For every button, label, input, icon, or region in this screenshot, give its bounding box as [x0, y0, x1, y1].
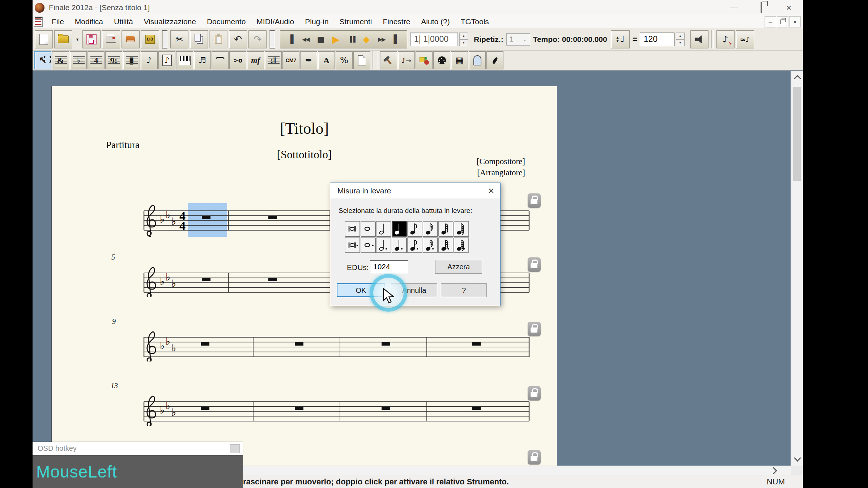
menu-utilita[interactable]: Utilità: [109, 16, 139, 27]
system-lock-icon[interactable]: [528, 450, 541, 465]
tools-separator[interactable]: [373, 51, 378, 69]
note-mover-tool[interactable]: ♪→: [398, 51, 415, 69]
fast-forward-button[interactable]: ▶▶: [374, 32, 389, 47]
thirty-second-note-dotted[interactable]: [438, 237, 453, 253]
go-to-end-button[interactable]: ▌: [390, 32, 404, 47]
quarter-note[interactable]: [392, 221, 407, 236]
menu-plug-in[interactable]: Plug-in: [299, 16, 334, 27]
staff-system-3[interactable]: ♭ ♭ ♭: [141, 325, 530, 361]
toolbar-separator[interactable]: [162, 30, 167, 48]
hyperscribe-tool[interactable]: [176, 51, 193, 69]
doc-restore-button[interactable]: [777, 16, 788, 27]
counter-spin-up[interactable]: ▲: [459, 33, 468, 39]
workbook-button[interactable]: [122, 30, 140, 48]
sixty-fourth-note[interactable]: [454, 221, 469, 236]
half-note[interactable]: [376, 221, 391, 236]
selection-tool[interactable]: ↖: [34, 51, 51, 69]
vertical-scrollbar[interactable]: [791, 71, 803, 466]
staff-tool[interactable]: &: [52, 51, 69, 69]
playback-position-counter[interactable]: [410, 33, 458, 46]
quarter-note-dotted[interactable]: [392, 237, 407, 253]
menu-visualizzazione[interactable]: Visualizzazione: [139, 16, 201, 27]
graphics-tool[interactable]: [416, 51, 433, 69]
go-to-beginning-button[interactable]: ▐: [283, 32, 298, 47]
toolbar-separator[interactable]: [269, 30, 275, 48]
midi-tool[interactable]: [433, 51, 450, 69]
mirror-percent-tool[interactable]: %: [336, 51, 353, 69]
system-lock-icon[interactable]: [528, 386, 541, 401]
print-button[interactable]: [102, 30, 120, 48]
stop-button[interactable]: ■: [314, 32, 328, 47]
key-signature-tool[interactable]: ♭: [70, 51, 87, 69]
pause-button[interactable]: ▐▐: [344, 32, 358, 47]
close-window-icon[interactable]: ×: [783, 2, 794, 13]
menu-aiuto[interactable]: Aiuto (?): [416, 16, 455, 27]
minimize-window-icon[interactable]: —: [728, 3, 739, 12]
speaker-playback-settings-button[interactable]: [690, 30, 709, 48]
undo-button[interactable]: ↶: [229, 30, 247, 48]
library-button[interactable]: LIB: [141, 30, 159, 48]
repeat-tool[interactable]: :‖: [265, 51, 282, 69]
staff-system-4[interactable]: ♭ ♭ ♭: [141, 390, 530, 426]
double-whole-note[interactable]: [345, 221, 360, 236]
copy-button[interactable]: [190, 30, 208, 48]
menu-midi-audio[interactable]: MIDI/Audio: [251, 16, 299, 27]
whole-note[interactable]: [361, 221, 375, 236]
whole-note-dotted[interactable]: [361, 237, 375, 253]
menu-file[interactable]: File: [46, 16, 69, 27]
eighth-note-dotted[interactable]: [407, 237, 422, 253]
scroll-down-icon[interactable]: [794, 454, 801, 462]
double-whole-note-dotted[interactable]: [345, 237, 360, 253]
paste-button[interactable]: [209, 30, 227, 48]
smart-shape-tool[interactable]: [212, 51, 229, 69]
system-lock-icon[interactable]: [528, 257, 541, 272]
special-tools[interactable]: [380, 51, 397, 69]
play-button[interactable]: ▶: [329, 32, 343, 47]
menu-strumenti[interactable]: Strumenti: [334, 16, 378, 27]
document-window-icon[interactable]: [34, 17, 43, 27]
mirror-tool[interactable]: [469, 51, 486, 69]
menu-finestre[interactable]: Finestre: [377, 16, 416, 27]
edus-field[interactable]: [370, 260, 408, 273]
sixteenth-note[interactable]: [423, 221, 438, 236]
menu-tgtools[interactable]: TGTools: [455, 16, 494, 27]
menu-documento[interactable]: Documento: [201, 16, 251, 27]
sixteenth-note-dotted[interactable]: [423, 237, 438, 253]
speedy-entry-tool[interactable]: ♪: [158, 51, 175, 69]
help-button[interactable]: ?: [441, 283, 487, 297]
tempo-bpm-field[interactable]: [640, 33, 675, 46]
rewind-button[interactable]: ◀◀: [298, 32, 313, 47]
tuplet-tool[interactable]: ♬: [194, 51, 211, 69]
selected-measure-highlight[interactable]: [188, 203, 227, 237]
new-document-button[interactable]: [35, 30, 53, 48]
measure-tool[interactable]: ▮: [123, 51, 140, 69]
osd-close-button[interactable]: [230, 444, 240, 453]
swing-playback-button[interactable]: ≈♪: [736, 30, 754, 48]
system-lock-icon[interactable]: [528, 193, 541, 208]
human-playback-button[interactable]: ♪ ↘: [716, 30, 735, 48]
articulation-tool[interactable]: >o: [229, 51, 246, 69]
simple-entry-tool[interactable]: ♪: [141, 51, 158, 69]
thirty-second-note[interactable]: [438, 221, 453, 236]
scroll-up-icon[interactable]: [794, 75, 801, 82]
tempo-spin-up[interactable]: ▲: [676, 33, 685, 39]
save-button[interactable]: [82, 30, 101, 48]
score-system-tool[interactable]: ▦: [451, 51, 468, 69]
restore-window-icon[interactable]: [756, 3, 767, 12]
half-note-dotted[interactable]: [376, 237, 391, 253]
cut-button[interactable]: ✂: [170, 30, 188, 48]
counter-spin-down[interactable]: ▼: [459, 39, 468, 46]
page-layout-tool[interactable]: [353, 51, 370, 69]
doc-minimize-button[interactable]: –: [765, 16, 776, 27]
time-signature-tool[interactable]: 4: [88, 51, 105, 69]
text-tool[interactable]: A: [318, 51, 335, 69]
system-lock-icon[interactable]: [528, 322, 541, 336]
record-button[interactable]: ◆: [359, 32, 374, 47]
chord-tool[interactable]: CM7: [282, 51, 299, 69]
dialog-close-icon[interactable]: ×: [482, 183, 500, 198]
clef-tool[interactable]: 9:: [105, 51, 122, 69]
tempo-note-selector-button[interactable]: ▲▼ ♩: [611, 30, 630, 48]
azzera-button[interactable]: Azzera: [435, 260, 482, 274]
scroll-right-icon[interactable]: [770, 467, 777, 474]
ripetiz-select[interactable]: 1 ⌄: [506, 33, 530, 46]
